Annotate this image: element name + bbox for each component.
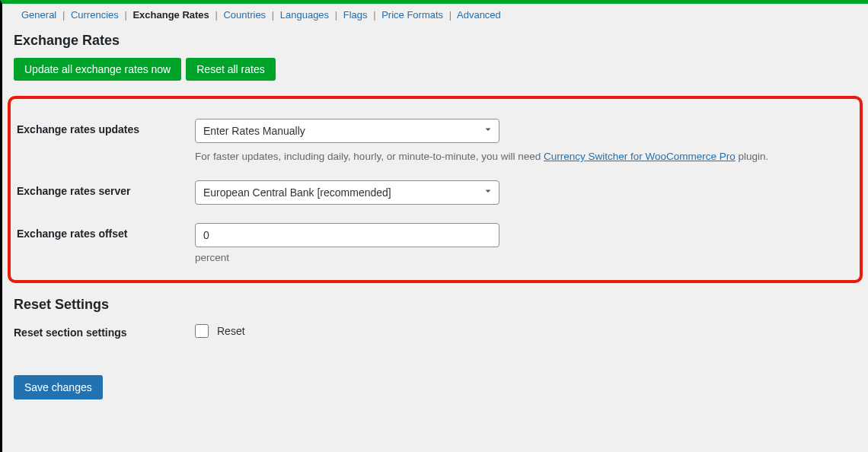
tab-countries[interactable]: Countries: [223, 9, 266, 21]
exchange-rates-server-row: Exchange rates server European Central B…: [17, 180, 854, 205]
offset-unit: percent: [195, 252, 854, 263]
offset-input[interactable]: [195, 223, 499, 247]
save-changes-button[interactable]: Save changes: [14, 375, 103, 399]
update-all-button[interactable]: Update all exchange rates now: [14, 58, 181, 81]
reset-section-label: Reset section settings: [14, 322, 192, 339]
reset-checkbox-label: Reset: [217, 325, 245, 337]
updates-label: Exchange rates updates: [17, 119, 195, 135]
tab-general[interactable]: General: [21, 9, 56, 21]
reset-section-title: Reset Settings: [14, 297, 857, 313]
pro-plugin-link[interactable]: Currency Switcher for WooCommerce Pro: [544, 151, 736, 162]
action-buttons: Update all exchange rates now Reset all …: [14, 58, 857, 81]
reset-section-row: Reset section settings Reset: [14, 322, 857, 340]
updates-select[interactable]: Enter Rates Manually: [195, 119, 499, 143]
tab-sep: |: [215, 9, 217, 21]
reset-checkbox[interactable]: [195, 324, 209, 338]
tab-sep: |: [124, 9, 126, 21]
updates-description: For faster updates, including daily, hou…: [195, 151, 854, 162]
settings-tabs: General | Currencies | Exchange Rates | …: [14, 8, 857, 22]
tab-exchange-rates[interactable]: Exchange Rates: [132, 9, 209, 21]
tab-price-formats[interactable]: Price Formats: [381, 9, 443, 21]
tab-sep: |: [62, 9, 65, 21]
server-select[interactable]: European Central Bank [recommended]: [195, 180, 499, 205]
reset-all-button[interactable]: Reset all rates: [186, 58, 275, 81]
server-label: Exchange rates server: [17, 180, 195, 197]
tab-flags[interactable]: Flags: [343, 9, 368, 21]
exchange-rates-offset-row: Exchange rates offset percent: [17, 223, 854, 263]
tab-sep: |: [335, 9, 337, 21]
tab-sep: |: [272, 9, 274, 21]
tab-sep: |: [449, 9, 452, 21]
exchange-rates-updates-row: Exchange rates updates Enter Rates Manua…: [17, 119, 854, 162]
highlighted-settings-box: Exchange rates updates Enter Rates Manua…: [8, 96, 863, 283]
tab-sep: |: [373, 9, 375, 21]
tab-advanced[interactable]: Advanced: [457, 9, 501, 21]
section-title: Exchange Rates: [14, 33, 857, 49]
offset-label: Exchange rates offset: [17, 223, 195, 240]
tab-currencies[interactable]: Currencies: [71, 9, 119, 21]
settings-page: General | Currencies | Exchange Rates | …: [0, 0, 868, 452]
tab-languages[interactable]: Languages: [280, 9, 329, 21]
